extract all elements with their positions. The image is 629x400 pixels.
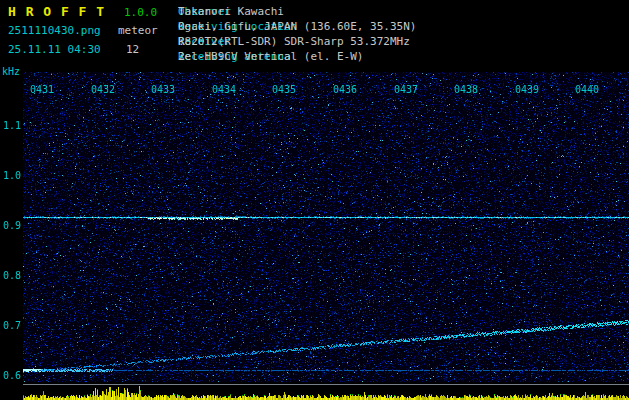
y-tick-label: 0.8 <box>3 270 21 281</box>
y-tick-label: 0.7 <box>3 320 21 331</box>
y-tick-label: 0.6 <box>3 370 21 381</box>
info-value: R820T2(RTL-SDR) SDR-Sharp 53.372MHz <box>178 34 410 49</box>
hrofft-output-screen: H R O F F T 1.0.0 2511110430.png meteor … <box>0 0 629 400</box>
output-filename: 2511110430.png <box>8 24 101 37</box>
info-value: 2el-HB9CV Vertical (el. E-W) <box>178 49 363 64</box>
mode-label: meteor <box>118 24 158 37</box>
info-value: Ogaki, Gifu, JAPAN (136.60E, 35.35N) <box>178 19 416 34</box>
app-title: H R O F F T <box>8 4 105 19</box>
spectrogram-canvas <box>23 72 629 400</box>
y-tick-label: 0.9 <box>3 220 21 231</box>
header: H R O F F T 1.0.0 2511110430.png meteor … <box>0 0 629 72</box>
timestamp: 25.11.11 04:30 <box>8 43 101 56</box>
y-tick-label: 1.1 <box>3 120 21 131</box>
info-value: Takanori Kawachi <box>178 4 284 19</box>
y-tick-label: 1.0 <box>3 170 21 181</box>
app-version: 1.0.0 <box>124 6 157 19</box>
echo-count: 12 <box>126 43 139 56</box>
y-axis-unit-label: kHz <box>2 66 20 77</box>
